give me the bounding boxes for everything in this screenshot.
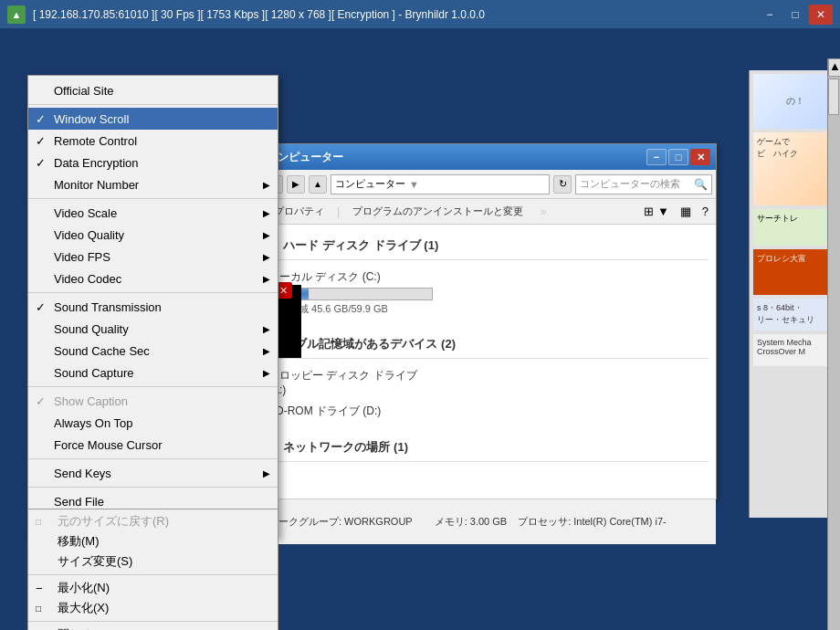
browser-banner-5: s 8・64bit・ リー・セキュリ xyxy=(753,299,836,331)
menu-label: 移動(M) xyxy=(58,533,100,550)
banner6-text1: System Mecha xyxy=(757,338,833,347)
help-icon[interactable]: ? xyxy=(702,205,709,218)
banner5-text2: リー・セキュリ xyxy=(757,314,833,326)
taskbar-menu-minimize[interactable]: − 最小化(N) xyxy=(28,578,278,598)
menu-item-send-keys[interactable]: Send Keys ▶ xyxy=(28,462,278,484)
menu-item-video-fps[interactable]: Video FPS ▶ xyxy=(28,246,278,268)
search-icon: 🔍 xyxy=(694,178,708,191)
ribbon-separator2: » xyxy=(540,205,546,218)
menu-separator-3 xyxy=(28,292,278,293)
address-arrow: ▼ xyxy=(409,179,419,190)
taskbar-menu-restore[interactable]: □ 元のサイズに戻す(R) xyxy=(28,511,278,531)
address-bar[interactable]: コンピューター ▼ xyxy=(331,174,550,194)
scrollbar-up-button[interactable]: ▲ xyxy=(828,58,840,77)
menu-item-force-mouse-cursor[interactable]: Force Mouse Cursor xyxy=(28,434,278,456)
menu-item-official-site[interactable]: Official Site xyxy=(28,79,278,101)
workgroup-text: ワークグループ: WORKGROUP xyxy=(268,515,413,529)
menu-label: Always On Top xyxy=(54,416,132,430)
menu-separator-5 xyxy=(28,458,278,459)
arrow-icon: ▶ xyxy=(263,468,270,478)
arrow-icon: ▶ xyxy=(263,252,270,262)
taskbar-menu-maximize[interactable]: □ 最大化(X) xyxy=(28,598,278,618)
menu-label: Send File xyxy=(54,495,104,509)
explorer-main-panel[interactable]: ▼ ハード ディスク ドライブ (1) ローカル ディスク (C:) 空き領域 … xyxy=(261,225,716,499)
menu-item-show-caption[interactable]: ✓ Show Caption xyxy=(28,390,278,412)
menu-item-video-codec[interactable]: Video Codec ▶ xyxy=(28,268,278,289)
menu-item-data-encryption[interactable]: ✓ Data Encryption xyxy=(28,152,278,173)
cpu-text: プロセッサ: Intel(R) Core(TM) i7- xyxy=(518,515,667,529)
menu-label: 元のサイズに戻す(R) xyxy=(58,513,169,530)
explorer-minimize-btn[interactable]: − xyxy=(646,149,667,165)
menu-separator-2 xyxy=(28,198,278,199)
floppy-item[interactable]: フロッピー ディスク ドライブ (A:) xyxy=(268,364,709,400)
ribbon-separator: | xyxy=(337,205,340,218)
close-button[interactable]: ✕ xyxy=(809,5,833,25)
maximize-icon: □ xyxy=(36,604,41,614)
ribbon-uninstall[interactable]: プログラムのアンインストールと変更 xyxy=(347,203,529,220)
menu-item-sound-cache-sec[interactable]: Sound Cache Sec ▶ xyxy=(28,340,278,362)
menu-separator-4 xyxy=(28,386,278,387)
menu-item-video-scale[interactable]: Video Scale ▶ xyxy=(28,202,278,224)
menu-item-window-scroll[interactable]: ✓ Window Scroll xyxy=(28,108,278,130)
scrollbar-track[interactable]: ▲ ▼ xyxy=(827,58,840,630)
explorer-close-btn[interactable]: ✕ xyxy=(690,149,710,165)
explorer-title: コンピューター xyxy=(267,150,645,165)
removable-section: ▼ バブル記憶域があるデバイス (2) フロッピー ディスク ドライブ (A:)… xyxy=(268,331,709,423)
local-disk-item[interactable]: ローカル ディスク (C:) 空き領域 45.6 GB/59.9 GB xyxy=(268,266,709,320)
browser-banner-6: System Mecha CrossOver M xyxy=(753,334,836,366)
title-bar: ▲ [ 192.168.170.85:61010 ][ 30 Fps ][ 17… xyxy=(0,0,840,29)
menu-separator-6 xyxy=(28,487,278,488)
minimize-icon: − xyxy=(36,582,43,595)
menu-item-sound-quality[interactable]: Sound Quality ▶ xyxy=(28,318,278,340)
arrow-icon: ▶ xyxy=(263,346,270,356)
menu-item-sound-transmission[interactable]: ✓ Sound Transmission xyxy=(28,296,278,318)
menu-label: 最小化(N) xyxy=(58,580,110,596)
menu-item-remote-control[interactable]: ✓ Remote Control xyxy=(28,130,278,152)
view-icons[interactable]: ⊞ ▼ xyxy=(644,205,668,218)
system-info-bar: ワークグループ: WORKGROUP メモリ: 3.00 GB プロセッサ: I… xyxy=(261,499,716,544)
explorer-toolbar: ◀ ▶ ▲ コンピューター ▼ ↻ コンピューターの検索 🔍 xyxy=(261,170,716,199)
maximize-button[interactable]: □ xyxy=(783,5,807,25)
preview-icon[interactable]: ▦ xyxy=(680,205,691,218)
explorer-maximize-btn[interactable]: □ xyxy=(668,149,688,165)
address-text: コンピューター xyxy=(335,177,405,191)
forward-button[interactable]: ▶ xyxy=(287,175,305,194)
menu-label: Video Codec xyxy=(54,272,121,286)
arrow-icon: ▶ xyxy=(263,274,270,284)
title-bar-buttons: − □ ✕ xyxy=(758,5,833,25)
banner3-text: サーチトレ xyxy=(757,213,833,225)
taskbar-menu-separator2 xyxy=(28,621,278,622)
local-disk-name: ローカル ディスク (C:) xyxy=(268,269,709,285)
menu-label: 最大化(X) xyxy=(58,600,109,616)
arrow-icon: ▶ xyxy=(263,208,270,218)
refresh-button[interactable]: ↻ xyxy=(553,175,572,194)
menu-label: サイズ変更(S) xyxy=(58,553,132,570)
menu-label: Video FPS xyxy=(54,250,110,264)
taskbar-menu-close[interactable]: ✕ 閉じる(C) Alt+F4 xyxy=(28,625,278,630)
browser-banner-1: の！ xyxy=(753,74,836,129)
bdrom-item[interactable]: BD-ROM ドライブ (D:) xyxy=(268,400,709,423)
menu-item-monitor-number[interactable]: Monitor Number ▶ xyxy=(28,173,278,195)
up-button[interactable]: ▲ xyxy=(309,175,327,194)
scrollbar-thumb[interactable] xyxy=(828,79,839,115)
taskbar-menu-move[interactable]: 移動(M) xyxy=(28,531,278,551)
menu-label: Send Keys xyxy=(54,467,111,480)
search-placeholder: コンピューターの検索 xyxy=(580,177,680,191)
browser-window: の！ ゲームで ビ ハイク サーチトレ プロレシ大富 s 8・64bit・ リー… xyxy=(749,70,840,518)
minimize-button[interactable]: − xyxy=(758,5,782,25)
check-icon: ✓ xyxy=(36,394,46,408)
taskbar-menu-resize[interactable]: サイズ変更(S) xyxy=(28,551,278,572)
browser-banner-3: サーチトレ xyxy=(753,209,836,246)
menu-item-video-quality[interactable]: Video Quality ▶ xyxy=(28,224,278,246)
arrow-icon: ▶ xyxy=(263,180,270,190)
main-area: Official Site ✓ Window Scroll ✓ Remote C… xyxy=(0,29,840,630)
menu-label: Sound Capture xyxy=(54,366,133,380)
menu-item-sound-capture[interactable]: Sound Capture ▶ xyxy=(28,362,278,383)
check-icon: ✓ xyxy=(36,112,46,126)
floppy-letter: (A:) xyxy=(268,383,709,396)
menu-label: Force Mouse Cursor xyxy=(54,438,162,452)
check-icon: ✓ xyxy=(36,156,46,170)
search-box[interactable]: コンピューターの検索 🔍 xyxy=(575,174,712,194)
menu-item-always-on-top[interactable]: Always On Top xyxy=(28,412,278,434)
memory-text: メモリ: 3.00 GB xyxy=(435,515,507,529)
